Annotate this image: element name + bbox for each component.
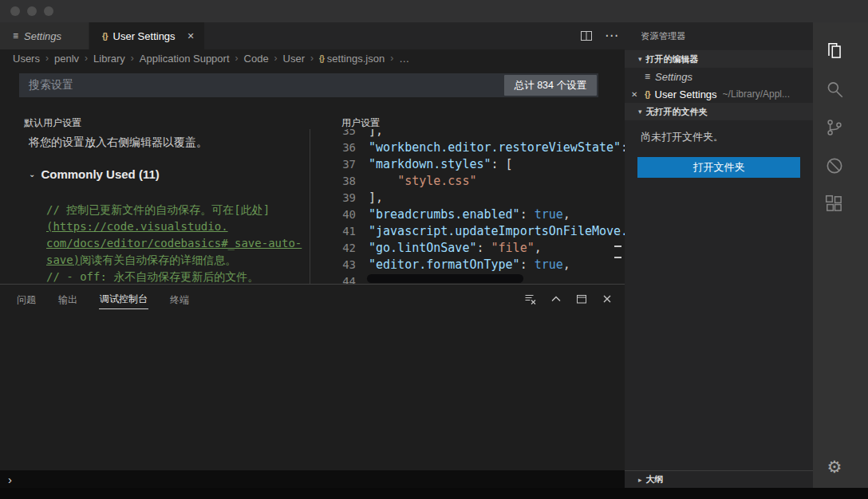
activity-bar-items bbox=[813, 22, 868, 223]
breadcrumb-item[interactable]: penlv bbox=[54, 53, 79, 65]
breadcrumb-separator: › bbox=[131, 53, 134, 64]
breadcrumb-label: Application Support bbox=[140, 53, 230, 65]
tab-label: User Settings bbox=[113, 30, 176, 42]
horizontal-scrollbar-thumb[interactable] bbox=[367, 274, 523, 283]
open-editors-label: 打开的编辑器 bbox=[646, 53, 699, 65]
panel-actions bbox=[524, 293, 614, 305]
open-editors-header[interactable]: ▾ 打开的编辑器 bbox=[625, 50, 813, 68]
breadcrumb-label: User bbox=[283, 53, 305, 65]
line-number: 43 bbox=[314, 257, 369, 273]
search-placeholder: 搜索设置 bbox=[19, 78, 504, 92]
bottom-panel: 问题输出调试控制台终端 › bbox=[0, 284, 625, 488]
breadcrumb-separator: › bbox=[85, 53, 88, 64]
manage-gear-icon[interactable]: ⚙ bbox=[813, 458, 856, 477]
search-icon[interactable] bbox=[813, 70, 856, 108]
panel-tab[interactable]: 调试控制台 bbox=[99, 290, 148, 309]
more-icon[interactable]: ⋯ bbox=[605, 32, 618, 40]
outline-header[interactable]: ▸ 大纲 bbox=[625, 470, 813, 488]
code-token: ], bbox=[369, 191, 383, 205]
settings-split-view: 将您的设置放入右侧编辑器以覆盖。 ⌄ Commonly Used (11) //… bbox=[0, 129, 625, 284]
breadcrumb-item[interactable]: Code bbox=[244, 53, 269, 65]
vscode-window: ≡Settings{}User Settings✕ ⋯ Users›penlv›… bbox=[0, 0, 868, 499]
open-editor-item[interactable]: ≡Settings bbox=[625, 68, 813, 85]
code-line: 37"markdown.styles": [ bbox=[314, 156, 625, 173]
breadcrumb-separator: › bbox=[390, 53, 393, 64]
code-token: "javascript.updateImportsOnFileMove.e bbox=[369, 224, 625, 238]
sidebar-title: 资源管理器 bbox=[625, 22, 813, 50]
no-folder-message: 尚未打开文件夹。 bbox=[625, 120, 813, 144]
comment-text: // 控制已更新文件的自动保存。可在[此处] bbox=[46, 203, 270, 216]
comment-line: save)阅读有关自动保存的详细信息。 bbox=[46, 252, 306, 269]
code-token: "go.lintOnSave" bbox=[369, 241, 476, 255]
breadcrumb-label: settings.json bbox=[327, 53, 385, 65]
pane-divider[interactable] bbox=[310, 129, 310, 284]
split-editor-icon[interactable] bbox=[580, 29, 593, 42]
breadcrumb-item[interactable]: … bbox=[399, 53, 409, 65]
line-number: 37 bbox=[314, 156, 369, 173]
code-token: "style.css" bbox=[397, 174, 476, 188]
code-token: , bbox=[535, 241, 542, 255]
debug-icon[interactable] bbox=[813, 147, 856, 185]
settings-search-input[interactable]: 搜索设置 总计 834 个设置 bbox=[19, 73, 598, 97]
comment-line: // - off: 永不自动保存更新后的文件。 bbox=[46, 269, 306, 284]
breadcrumb-item[interactable]: User bbox=[283, 53, 305, 65]
breadcrumb-item[interactable]: Library bbox=[93, 53, 125, 65]
clear-console-icon[interactable] bbox=[524, 293, 537, 305]
braces-icon: {} bbox=[319, 54, 324, 63]
tab-settings-default[interactable]: ≡Settings bbox=[0, 22, 89, 49]
minimize-window-button[interactable] bbox=[27, 6, 37, 16]
no-folder-header[interactable]: ▾ 无打开的文件夹 bbox=[625, 103, 813, 120]
tab-user-settings[interactable]: {}User Settings✕ bbox=[89, 22, 205, 49]
close-window-button[interactable] bbox=[10, 6, 20, 16]
source-control-icon[interactable] bbox=[813, 108, 856, 147]
window-bottom-edge bbox=[0, 488, 868, 499]
comment-line: com/docs/editor/codebasics#_save-auto- bbox=[46, 235, 306, 252]
panel-tab[interactable]: 终端 bbox=[169, 291, 190, 309]
user-settings-header: 用户设置 bbox=[341, 116, 380, 130]
open-folder-button[interactable]: 打开文件夹 bbox=[637, 157, 800, 178]
tab-close-icon[interactable]: ✕ bbox=[187, 31, 195, 41]
breadcrumb-separator: › bbox=[310, 53, 314, 64]
code-line: 39], bbox=[314, 190, 625, 206]
user-settings-pane[interactable]: 35],36"workbench.editor.restoreViewState… bbox=[314, 129, 625, 284]
commonly-used-section[interactable]: ⌄ Commonly Used (11) bbox=[29, 167, 306, 181]
maximize-panel-icon[interactable] bbox=[575, 293, 588, 305]
code-line: 35], bbox=[314, 129, 625, 139]
debug-console-input[interactable]: › bbox=[0, 470, 625, 488]
panel-tab[interactable]: 输出 bbox=[57, 291, 78, 309]
settings-count-badge: 总计 834 个设置 bbox=[504, 75, 597, 96]
default-settings-pane: 将您的设置放入右侧编辑器以覆盖。 ⌄ Commonly Used (11) //… bbox=[19, 129, 306, 284]
tab-strip: ≡Settings{}User Settings✕ bbox=[0, 22, 625, 49]
code-token: : [ bbox=[491, 157, 513, 171]
code-text: "style.css" bbox=[369, 173, 476, 190]
close-icon[interactable]: ✕ bbox=[631, 90, 645, 99]
code-token: true bbox=[535, 207, 563, 222]
open-editors-list: ≡Settings✕{}User Settings~/Library/Appl.… bbox=[625, 68, 813, 103]
triangle-down-icon: ▾ bbox=[638, 55, 642, 63]
breadcrumb-item[interactable]: Application Support bbox=[140, 53, 230, 65]
code-token: "breadcrumbs.enabled" bbox=[369, 207, 520, 222]
comment-block: // 控制已更新文件的自动保存。可在[此处](https://code.visu… bbox=[46, 202, 306, 284]
breadcrumb-item[interactable]: Users bbox=[13, 53, 40, 65]
panel-tab[interactable]: 问题 bbox=[16, 291, 37, 309]
explorer-icon[interactable] bbox=[813, 32, 856, 70]
breadcrumb: Users›penlv›Library›Application Support›… bbox=[0, 49, 625, 67]
comment-link[interactable]: save) bbox=[46, 253, 80, 266]
code-text: "go.lintOnSave": "file", bbox=[369, 240, 542, 257]
code-token: : bbox=[520, 257, 535, 272]
code-token: , bbox=[563, 257, 570, 272]
close-panel-icon[interactable] bbox=[601, 293, 614, 305]
code-token: "workbench.editor.restoreViewState" bbox=[369, 140, 621, 155]
extensions-icon[interactable] bbox=[813, 185, 856, 223]
breadcrumb-item[interactable]: {}settings.json bbox=[319, 53, 385, 65]
comment-link[interactable]: com/docs/editor/codebasics#_save-auto- bbox=[46, 237, 302, 250]
open-editor-item[interactable]: ✕{}User Settings~/Library/Appl... bbox=[625, 85, 813, 103]
code-token: , bbox=[563, 207, 570, 222]
collapse-panel-icon[interactable] bbox=[550, 293, 562, 305]
zoom-window-button[interactable] bbox=[44, 6, 53, 16]
breadcrumb-separator: › bbox=[45, 53, 49, 64]
title-bar bbox=[0, 0, 868, 22]
line-number: 39 bbox=[314, 190, 369, 206]
comment-link[interactable]: (https://code.visualstudio. bbox=[46, 220, 228, 233]
editor-area: ≡Settings{}User Settings✕ ⋯ Users›penlv›… bbox=[0, 22, 625, 488]
